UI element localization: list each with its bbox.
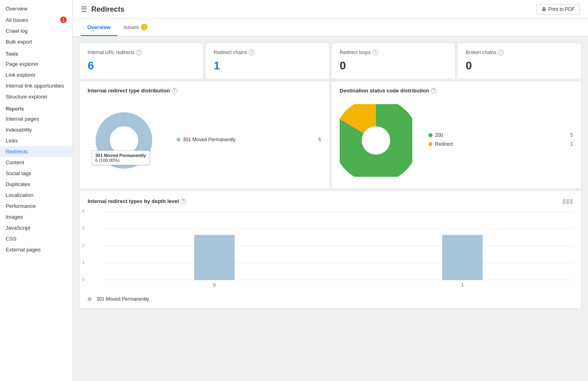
sidebar-item-localization[interactable]: Localization: [0, 190, 72, 201]
bar-group-0: [152, 235, 276, 280]
status-legend: 200 5 Redirect 1: [428, 132, 573, 150]
legend-dot-301: [176, 138, 181, 142]
charts-row: Internal redirect type distribution ? 30…: [79, 81, 582, 189]
help-icon-depth[interactable]: ?: [181, 199, 186, 204]
stat-value-chains: 1: [214, 59, 321, 72]
donut-tooltip: 301 Moved Permanently 6 (100.00%): [92, 151, 149, 165]
stat-card-internal-url-redirects: Internal URL redirects ? 6: [79, 43, 204, 79]
donut-chart-title: Internal redirect type distribution ?: [88, 88, 321, 94]
status-chart-title: Destination status code distribution ?: [340, 88, 573, 94]
sidebar-item-all-issues[interactable]: All Issues 1: [0, 14, 72, 25]
sidebar-item-external-pages[interactable]: External pages: [0, 244, 72, 255]
y-label-4: 4: [82, 209, 84, 214]
stat-card-redirect-loops: Redirect loops ? 0: [331, 43, 456, 79]
y-label-2: 2: [82, 243, 84, 248]
sidebar-item-indexability[interactable]: Indexability: [0, 124, 72, 135]
legend-item-200: 200 5: [428, 132, 573, 138]
donut-container: 301 Moved Permanently 6 (100.00%) 301 Mo…: [88, 100, 321, 182]
stat-value-loops: 0: [340, 59, 447, 72]
help-icon-status[interactable]: ?: [431, 88, 437, 94]
donut-svg-wrapper: 301 Moved Permanently 6 (100.00%): [88, 104, 160, 178]
legend-item-301: 301 Moved Permanently 6: [176, 137, 321, 142]
x-axis: 0 1: [104, 280, 573, 292]
sidebar: Overview All Issues 1 Crawl log Bulk exp…: [0, 0, 73, 381]
bar-group-1: [401, 235, 525, 280]
sidebar-item-duplicates[interactable]: Duplicates: [0, 179, 72, 190]
content-area: Overview Issues 1 Internal URL redirects…: [73, 19, 588, 381]
stat-card-broken-chains: Broken chains ? 0: [457, 43, 582, 79]
stat-value-internal-url: 6: [88, 59, 195, 72]
sidebar-item-css[interactable]: CSS: [0, 233, 72, 244]
tab-overview[interactable]: Overview: [81, 19, 117, 36]
help-icon-broken[interactable]: ?: [498, 50, 504, 55]
stat-card-redirect-chains: Redirect chains ? 1: [205, 43, 330, 79]
help-icon-chains[interactable]: ?: [249, 50, 254, 55]
status-donut-svg: [340, 104, 412, 177]
status-donut-svg-wrapper: [340, 104, 412, 178]
donut-svg: [88, 104, 160, 177]
y-label-3: 3: [82, 226, 84, 230]
depth-legend: 301 Moved Permanently: [88, 296, 573, 302]
tab-issues[interactable]: Issues 1: [117, 19, 154, 36]
bars-wrapper: [104, 211, 573, 280]
donut-chart-card: Internal redirect type distribution ? 30…: [79, 81, 330, 189]
sidebar-item-overview[interactable]: Overview: [0, 3, 72, 14]
sidebar-item-internal-link-opportunities[interactable]: Internal link opportunities: [0, 80, 72, 91]
sidebar-item-bulk-export[interactable]: Bulk export: [0, 36, 72, 47]
issues-tab-badge: 1: [141, 24, 147, 30]
help-icon-donut[interactable]: ?: [172, 88, 177, 94]
y-label-1: 1: [82, 260, 84, 265]
main-content: ☰ Redirects 🖶 Print to PDF Overview Issu…: [73, 0, 588, 381]
depth-chart-title-row: Internal redirect types by depth level ?…: [88, 197, 573, 205]
tools-section-header: Tools: [0, 47, 72, 59]
sidebar-item-internal-pages[interactable]: Internal pages: [0, 113, 72, 124]
bar-0: [194, 235, 235, 280]
sidebar-item-javascript[interactable]: JavaScript: [0, 222, 72, 233]
sidebar-item-page-explorer[interactable]: Page explorer: [0, 59, 72, 69]
x-label-1: 1: [401, 280, 525, 292]
page-header: ☰ Redirects 🖶 Print to PDF: [73, 0, 588, 19]
stat-cards-row: Internal URL redirects ? 6 Redirect chai…: [79, 43, 582, 79]
sidebar-item-content[interactable]: Content: [0, 157, 72, 168]
sidebar-item-links[interactable]: Links: [0, 135, 72, 146]
legend-dot-200: [428, 133, 433, 137]
sidebar-item-link-explorer[interactable]: Link explorer: [0, 69, 72, 80]
sidebar-item-crawl-log[interactable]: Crawl log: [0, 25, 72, 36]
all-issues-badge: 1: [60, 17, 67, 23]
legend-dot-redirect: [428, 142, 433, 146]
x-label-0: 0: [152, 280, 276, 292]
sidebar-item-images[interactable]: Images: [0, 211, 72, 222]
stat-value-broken: 0: [466, 59, 573, 72]
bar-chart-area: 4 3 2 1 0: [88, 211, 573, 292]
reports-section-header: Reports: [0, 102, 72, 113]
help-icon-loops[interactable]: ?: [372, 50, 378, 55]
tabs-bar: Overview Issues 1: [73, 19, 588, 36]
help-icon-internal-url[interactable]: ?: [136, 50, 142, 55]
y-label-0: 0: [82, 277, 84, 282]
hamburger-icon[interactable]: ☰: [81, 5, 87, 14]
print-to-pdf-button[interactable]: 🖶 Print to PDF: [536, 4, 580, 15]
status-donut-container: 200 5 Redirect 1: [340, 100, 573, 182]
legend-item-redirect: Redirect 1: [428, 141, 573, 147]
sidebar-item-structure-explorer[interactable]: Structure explorer: [0, 91, 72, 102]
svg-point-4: [362, 126, 390, 155]
depth-chart-card: Internal redirect types by depth level ?…: [79, 190, 582, 309]
bar-chart-view-icon[interactable]: ▮▮▮: [562, 197, 573, 205]
donut-legend: 301 Moved Permanently 6: [176, 137, 321, 146]
print-icon: 🖶: [542, 6, 546, 12]
sidebar-item-performance[interactable]: Performance: [0, 201, 72, 211]
depth-legend-dot: [88, 297, 92, 301]
status-chart-card: Destination status code distribution ?: [331, 81, 582, 189]
sidebar-item-redirects[interactable]: Redirects: [0, 146, 72, 157]
page-title: Redirects: [91, 5, 124, 14]
bar-1: [442, 235, 483, 280]
sidebar-item-social-tags[interactable]: Social tags: [0, 168, 72, 179]
